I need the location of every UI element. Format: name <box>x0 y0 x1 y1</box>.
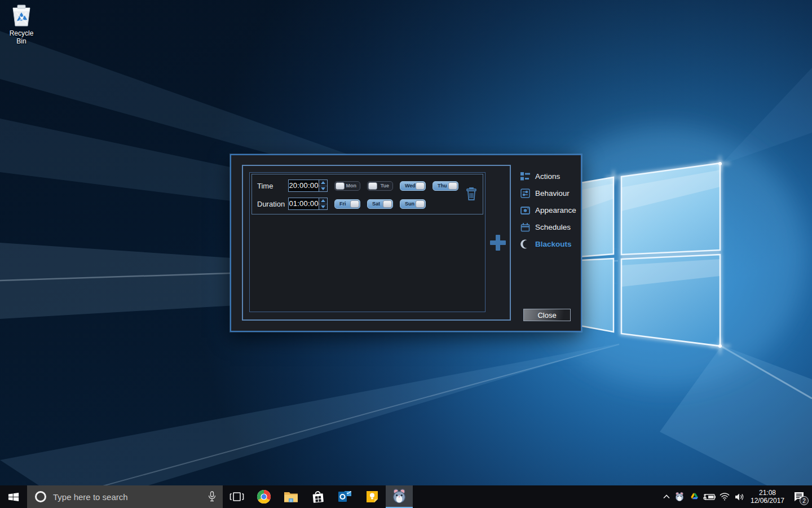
wifi-icon <box>720 493 730 501</box>
hamster-app-icon <box>391 488 407 504</box>
delete-entry-button[interactable] <box>465 186 478 204</box>
microsoft-store-icon <box>311 489 325 504</box>
duration-label: Duration <box>257 200 281 208</box>
time-value[interactable]: 20:00:00 <box>289 180 319 191</box>
file-explorer-button[interactable] <box>277 485 304 508</box>
duration-input[interactable]: 01:00:00 <box>288 198 328 210</box>
sidebar-item-behaviour[interactable]: Behaviour <box>520 185 580 202</box>
moon-icon <box>520 239 530 249</box>
day-toggle-label: Thu <box>438 183 447 189</box>
taskbar-apps <box>223 485 413 508</box>
google-drive-tray-button[interactable] <box>687 485 701 508</box>
blackouts-panel: Time 20:00:00 Mon Tue <box>242 165 511 321</box>
chrome-button[interactable] <box>250 485 277 508</box>
day-toggle-label: Tue <box>381 183 389 189</box>
add-blackout-button[interactable] <box>490 235 506 251</box>
sidebar-item-label: Schedules <box>535 223 571 231</box>
recycle-bin[interactable]: Recycle Bin <box>5 3 38 45</box>
google-keep-icon <box>365 490 379 503</box>
arrow-up-icon <box>321 199 325 202</box>
day-toggle-sat[interactable]: Sat <box>367 199 393 209</box>
sidebar-item-label: Behaviour <box>535 189 570 198</box>
time-spin-down[interactable] <box>319 186 327 192</box>
day-toggle-wed[interactable]: Wed <box>400 181 426 191</box>
recycle-bin-icon <box>10 3 33 28</box>
duration-spin-down[interactable] <box>319 204 327 210</box>
volume-tray-button[interactable] <box>732 485 747 508</box>
duration-spin-up[interactable] <box>319 198 327 204</box>
blackout-list: Time 20:00:00 Mon Tue <box>249 172 486 312</box>
day-toggle-label: Sun <box>405 201 414 207</box>
app-window: Time 20:00:00 Mon Tue <box>230 154 582 332</box>
google-keep-button[interactable] <box>359 485 386 508</box>
appearance-icon <box>520 205 530 215</box>
windows-logo-icon <box>7 491 20 503</box>
outlook-button[interactable] <box>332 485 359 508</box>
arrow-up-icon <box>321 181 325 184</box>
show-hidden-icons-button[interactable] <box>661 485 672 508</box>
blackout-entry-row: Time 20:00:00 Mon Tue <box>251 174 483 214</box>
day-toggle-sun[interactable]: Sun <box>400 199 426 209</box>
sidebar-item-appearance[interactable]: Appearance <box>520 202 580 218</box>
microphone-icon[interactable] <box>208 491 216 502</box>
sidebar-item-blackouts[interactable]: Blackouts <box>520 235 580 252</box>
sidebar-item-schedules[interactable]: Schedules <box>520 218 580 235</box>
toggle-knob <box>350 200 359 208</box>
day-toggle-label: Sat <box>372 201 380 207</box>
toggle-knob <box>336 182 345 190</box>
toggle-knob <box>383 200 392 208</box>
system-tray: 21:08 12/06/2017 2 <box>661 485 810 508</box>
battery-tray-button[interactable] <box>701 485 717 508</box>
window-sidebar: Actions Behaviour <box>520 168 580 252</box>
task-view-icon <box>230 491 244 502</box>
recycle-bin-label: Recycle Bin <box>5 29 38 45</box>
cortana-icon <box>35 491 46 502</box>
search-placeholder: Type here to search <box>53 492 128 502</box>
arrow-down-icon <box>321 205 325 208</box>
close-button-label: Close <box>537 311 556 319</box>
day-toggle-label: Wed <box>405 183 416 189</box>
clock-time: 21:08 <box>751 489 784 497</box>
chevron-up-icon <box>663 494 670 499</box>
hamster-tray-button[interactable] <box>672 485 687 508</box>
wifi-tray-button[interactable] <box>717 485 732 508</box>
chrome-icon <box>257 489 271 504</box>
time-label: Time <box>257 182 281 190</box>
desktop: Recycle Bin Time 20:00:00 Mon <box>0 0 812 508</box>
battery-charging-icon <box>703 493 716 501</box>
time-spin-up[interactable] <box>319 180 327 186</box>
close-button[interactable]: Close <box>523 309 571 321</box>
day-toggle-label: Mon <box>346 183 357 189</box>
day-toggle-mon[interactable]: Mon <box>334 181 360 191</box>
taskbar-clock[interactable]: 21:08 12/06/2017 <box>747 485 788 508</box>
toggle-knob <box>416 200 425 208</box>
volume-icon <box>735 493 744 501</box>
sidebar-item-label: Blackouts <box>535 240 572 248</box>
action-center-button[interactable]: 2 <box>788 485 810 508</box>
day-toggle-fri[interactable]: Fri <box>334 199 360 209</box>
toggle-knob <box>368 182 377 190</box>
time-input[interactable]: 20:00:00 <box>288 179 328 192</box>
search-input[interactable]: Type here to search <box>27 485 223 508</box>
notification-badge: 2 <box>800 496 809 505</box>
start-button[interactable] <box>0 485 27 508</box>
google-drive-icon <box>690 493 699 501</box>
clock-date: 12/06/2017 <box>751 497 784 505</box>
toggle-knob <box>416 182 425 190</box>
taskbar: Type here to search <box>0 485 812 508</box>
actions-icon <box>520 171 530 181</box>
arrow-down-icon <box>321 187 325 190</box>
trash-icon <box>465 186 478 202</box>
day-toggle-tue[interactable]: Tue <box>367 181 393 191</box>
behaviour-icon <box>520 188 530 198</box>
schedules-icon <box>520 222 530 232</box>
hamster-tray-icon <box>674 492 685 502</box>
sidebar-item-actions[interactable]: Actions <box>520 168 580 185</box>
hamster-app-button[interactable] <box>386 485 413 508</box>
microsoft-store-button[interactable] <box>304 485 332 508</box>
task-view-button[interactable] <box>223 485 250 508</box>
duration-value[interactable]: 01:00:00 <box>289 198 319 209</box>
day-toggle-thu[interactable]: Thu <box>433 181 458 191</box>
toggle-knob <box>448 182 457 190</box>
sidebar-item-label: Actions <box>535 172 560 181</box>
